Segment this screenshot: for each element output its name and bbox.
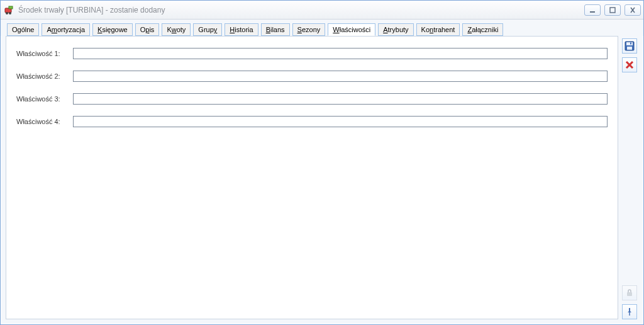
save-button[interactable] <box>622 38 637 54</box>
field-label-1: Właściwość 1: <box>16 50 67 57</box>
svg-rect-10 <box>627 47 632 50</box>
close-icon <box>629 7 636 13</box>
form-panel: Właściwość 1:Właściwość 2:Właściwość 3:W… <box>6 36 618 319</box>
tab-sezony[interactable]: Sezony <box>292 23 326 36</box>
minimize-button[interactable] <box>584 4 601 16</box>
tab-opis[interactable]: Opis <box>135 23 160 36</box>
field-label-4: Właściwość 4: <box>16 118 67 125</box>
work-area: Właściwość 1:Właściwość 2:Właściwość 3:W… <box>1 36 643 324</box>
lock-icon <box>625 288 634 297</box>
field-input-2[interactable] <box>73 71 608 82</box>
svg-rect-3 <box>9 6 13 9</box>
svg-point-1 <box>6 12 8 14</box>
titlebar: Środek trwały [TURBINA] - zostanie dodan… <box>1 1 643 20</box>
form-row-2: Właściwość 2: <box>16 71 608 82</box>
tab-grupy[interactable]: Grupy <box>193 23 222 36</box>
tab-kontrahent[interactable]: Kontrahent <box>416 23 460 36</box>
form-row-3: Właściwość 3: <box>16 93 608 105</box>
maximize-icon <box>609 7 616 13</box>
save-icon <box>625 41 635 51</box>
delete-icon <box>625 60 634 69</box>
form-row-4: Właściwość 4: <box>16 116 608 127</box>
maximize-button[interactable] <box>604 4 621 16</box>
tab-kwoty[interactable]: Kwoty <box>162 23 191 36</box>
svg-point-2 <box>9 12 11 14</box>
tab-amortyzacja[interactable]: Amortyzacja <box>42 23 90 36</box>
svg-rect-14 <box>627 292 632 296</box>
svg-rect-4 <box>590 11 595 13</box>
svg-rect-5 <box>610 8 615 13</box>
pin-button[interactable] <box>622 304 637 319</box>
sidebar <box>621 36 638 319</box>
tab-historia[interactable]: Historia <box>225 23 258 36</box>
tab-ogólne[interactable]: Ogólne <box>7 23 39 36</box>
tab-załączniki[interactable]: Załączniki <box>462 23 503 36</box>
svg-rect-11 <box>630 43 631 45</box>
field-input-4[interactable] <box>73 116 608 127</box>
svg-rect-9 <box>626 42 633 45</box>
close-button[interactable] <box>625 4 641 16</box>
tab-bilans[interactable]: Bilans <box>261 23 290 36</box>
tab-atrybuty[interactable]: Atrybuty <box>378 23 413 36</box>
lock-button <box>622 285 637 300</box>
tab-właściwości[interactable]: Właściwości <box>328 23 375 36</box>
app-icon <box>4 5 14 15</box>
field-label-2: Właściwość 2: <box>16 72 67 80</box>
window-buttons <box>584 4 641 16</box>
window: Środek trwały [TURBINA] - zostanie dodan… <box>0 0 644 325</box>
field-input-3[interactable] <box>73 93 608 105</box>
tabs-bar: OgólneAmortyzacjaKsięgoweOpisKwotyGrupyH… <box>1 20 643 36</box>
field-label-3: Właściwość 3: <box>16 95 67 103</box>
minimize-icon <box>589 7 596 13</box>
window-title: Środek trwały [TURBINA] - zostanie dodan… <box>18 6 580 14</box>
delete-button[interactable] <box>622 57 637 72</box>
field-input-1[interactable] <box>73 48 608 59</box>
tab-księgowe[interactable]: Księgowe <box>92 23 133 36</box>
form-row-1: Właściwość 1: <box>16 48 608 59</box>
pin-icon <box>625 307 634 316</box>
